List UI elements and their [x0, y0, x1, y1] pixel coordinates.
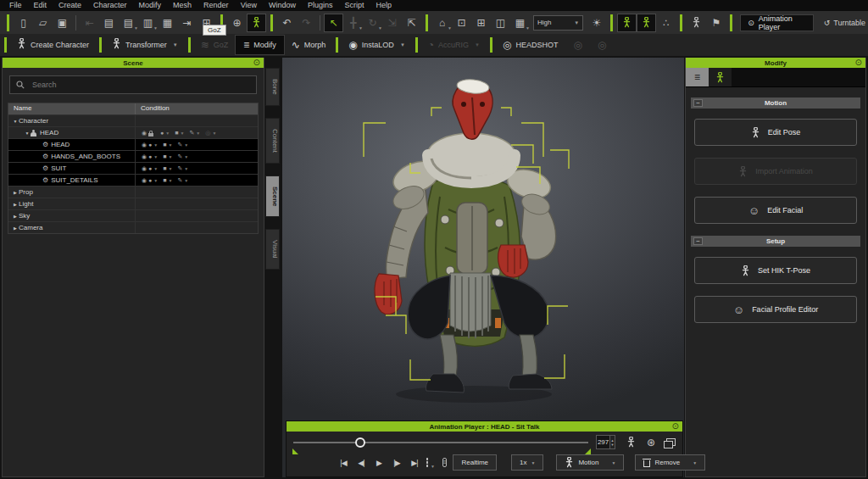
- tree-row-sky[interactable]: ▶Sky: [8, 209, 258, 221]
- animation-player-header[interactable]: Animation Player : HEAD - Sit Talk ⊙: [287, 421, 682, 432]
- viewport-3d[interactable]: [282, 57, 684, 477]
- tab-accurig[interactable]: ◔AccuRIG▼: [420, 36, 487, 54]
- edit-icon[interactable]: ✎: [177, 151, 182, 162]
- next-frame-button[interactable]: |▶: [391, 459, 403, 467]
- loop-toggle-icon[interactable]: [426, 458, 428, 467]
- menu-render[interactable]: Render: [198, 0, 235, 11]
- column-name[interactable]: Name: [8, 103, 136, 114]
- eye-icon[interactable]: ◉: [142, 151, 147, 162]
- edit-icon[interactable]: ✎: [177, 139, 182, 150]
- tree-row-suit_details[interactable]: ⚙SUIT_DETAILS◉●▼■▼✎▼: [8, 174, 258, 186]
- menu-edit[interactable]: Edit: [28, 0, 53, 11]
- edit-facial-button[interactable]: ☺Edit Facial: [694, 197, 857, 224]
- realtime-button[interactable]: Realtime: [453, 454, 497, 471]
- camera-view-icon[interactable]: ◫: [492, 14, 509, 31]
- tab-transformer[interactable]: Transformer▼: [104, 36, 186, 54]
- column-condition[interactable]: Condition: [136, 103, 175, 114]
- show-character-icon[interactable]: [618, 14, 636, 31]
- expand-icon[interactable]: ▶: [12, 202, 19, 207]
- export-fbx-icon[interactable]: ▤▼: [120, 14, 137, 31]
- open-project-icon[interactable]: ▱: [34, 14, 52, 31]
- material-icon[interactable]: ●: [148, 151, 152, 162]
- chevron-down-icon[interactable]: ▼: [184, 154, 188, 159]
- chevron-down-icon[interactable]: ▼: [184, 166, 188, 171]
- tab-animation[interactable]: [709, 68, 732, 86]
- facial-profile-editor-button[interactable]: ☺Facial Profile Editor: [694, 296, 857, 323]
- tree-row-head[interactable]: ▼HEAD◉●▼■▼✎▼◎▼: [8, 126, 258, 138]
- eye-icon[interactable]: ◉: [142, 175, 147, 186]
- import-icon[interactable]: ⇤: [81, 14, 98, 31]
- tree-row-suit[interactable]: ⚙SUIT◉●▼■▼✎▼: [8, 162, 258, 174]
- lock-icon[interactable]: [148, 133, 153, 136]
- export-usd-icon[interactable]: ▦: [159, 14, 176, 31]
- chevron-down-icon[interactable]: ▼: [196, 131, 200, 136]
- scene-panel-header[interactable]: Scene ⊙: [3, 58, 264, 68]
- move-tool-icon[interactable]: ╋▼: [344, 14, 362, 31]
- new-project-icon[interactable]: ▯: [14, 14, 32, 31]
- chevron-down-icon[interactable]: ▼: [169, 166, 173, 171]
- timeline-track[interactable]: [293, 442, 588, 443]
- frame-stepper[interactable]: ▲▼: [610, 435, 615, 449]
- save-project-icon[interactable]: ▣: [53, 14, 71, 31]
- menu-file[interactable]: File: [3, 0, 28, 11]
- render-style-icon[interactable]: ▦▼: [511, 14, 529, 31]
- material-icon[interactable]: ●: [160, 127, 164, 138]
- chevron-down-icon[interactable]: ▼: [153, 154, 158, 159]
- menu-character[interactable]: Character: [87, 0, 133, 11]
- character-calibration-icon[interactable]: [248, 14, 265, 31]
- side-tab-content[interactable]: Content: [265, 118, 280, 164]
- play-button[interactable]: ▶: [373, 459, 385, 467]
- crowd-icon[interactable]: ∴: [657, 14, 675, 31]
- scene-search[interactable]: [9, 75, 257, 94]
- chevron-down-icon[interactable]: ▼: [184, 142, 188, 148]
- select-tool-icon[interactable]: ↖: [325, 14, 342, 31]
- menu-create[interactable]: Create: [53, 0, 87, 11]
- tree-row-head[interactable]: ⚙HEAD◉●▼■▼✎▼: [8, 138, 258, 150]
- brightness-icon[interactable]: ☀: [587, 14, 605, 31]
- mesh-icon[interactable]: ■: [163, 139, 166, 150]
- focus-object-icon[interactable]: ⊡: [453, 14, 470, 31]
- character-model[interactable]: [282, 57, 684, 477]
- hud-toggle-icon[interactable]: ≡: [442, 458, 448, 467]
- side-tab-scene[interactable]: Scene: [265, 175, 280, 218]
- mesh-icon[interactable]: ■: [163, 151, 166, 162]
- tab-headshot[interactable]: ◎HEADSHOT: [495, 36, 566, 54]
- motion-button[interactable]: Motion▼: [556, 454, 624, 471]
- tab-morph[interactable]: ∿Morph: [284, 36, 334, 54]
- last-frame-button[interactable]: ▶|: [409, 459, 420, 467]
- headshot-extra-1[interactable]: ◎: [566, 36, 590, 54]
- duplicate-icon[interactable]: [666, 438, 676, 446]
- rotate-tool-icon[interactable]: ↻▼: [364, 14, 381, 31]
- export-obj-icon[interactable]: ▥▼: [139, 14, 157, 31]
- set-hik-t-pose-button[interactable]: Set HIK T-Pose: [694, 257, 857, 284]
- actor-icon[interactable]: [687, 14, 705, 31]
- collapse-section-button[interactable]: −: [693, 99, 703, 107]
- chevron-down-icon[interactable]: ▼: [169, 142, 173, 148]
- chevron-down-icon[interactable]: ▼: [153, 142, 158, 148]
- scene-settings-icon[interactable]: ⊙: [253, 58, 260, 68]
- extra-icon[interactable]: ◎: [205, 127, 210, 138]
- mesh-icon[interactable]: ■: [175, 127, 178, 138]
- eye-icon[interactable]: ◉: [142, 127, 147, 138]
- expand-icon[interactable]: ▶: [12, 226, 19, 231]
- menu-plugins[interactable]: Plugins: [302, 0, 339, 11]
- expand-icon[interactable]: ▶: [12, 214, 19, 219]
- home-view-icon[interactable]: ⌂▼: [433, 14, 451, 31]
- flag-icon[interactable]: ⚑: [707, 14, 725, 31]
- modify-settings-icon[interactable]: ⊙: [855, 58, 862, 68]
- loop-end-marker[interactable]: [585, 448, 591, 454]
- tree-row-prop[interactable]: ▶Prop: [8, 186, 258, 198]
- edit-icon[interactable]: ✎: [189, 127, 194, 138]
- chevron-down-icon[interactable]: ▼: [169, 154, 173, 159]
- speed-select[interactable]: 1x▼: [511, 454, 543, 471]
- animation-player-button[interactable]: ⊙Animation Player: [740, 14, 813, 31]
- eye-icon[interactable]: ◉: [142, 163, 147, 174]
- material-icon[interactable]: ●: [148, 175, 152, 186]
- chevron-down-icon[interactable]: ▼: [431, 464, 435, 469]
- search-input[interactable]: [31, 80, 250, 90]
- chevron-down-icon[interactable]: ▼: [153, 178, 158, 183]
- tab-attributes[interactable]: ≡: [686, 68, 709, 86]
- chevron-down-icon[interactable]: ▼: [184, 178, 188, 183]
- frame-all-icon[interactable]: ⊞: [472, 14, 490, 31]
- edit-pose-button[interactable]: Edit Pose: [694, 119, 857, 146]
